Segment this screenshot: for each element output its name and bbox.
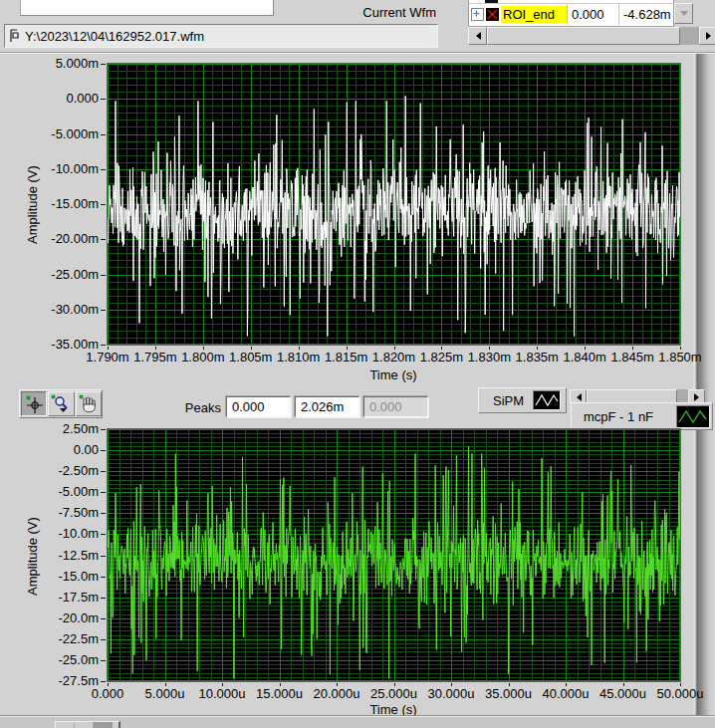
waveform-list-box[interactable]: [20, 0, 274, 16]
top-plot-legend[interactable]: SiPM: [478, 387, 567, 413]
tick-mark: [101, 239, 106, 240]
tick-label: 1.795m: [125, 350, 185, 364]
tick-mark: [108, 347, 109, 350]
scroll-left-button[interactable]: [468, 27, 487, 45]
cursor-legend-scrollbar[interactable]: [468, 27, 712, 45]
tick-label: -15.0m: [38, 569, 99, 584]
cursor-y-cell[interactable]: -4.628m: [619, 6, 670, 23]
tick-label: 20.000u: [307, 686, 366, 701]
tick-mark: [101, 429, 106, 430]
tick-mark: [394, 347, 395, 350]
cursor-icon: [486, 8, 499, 21]
top-graph-x-axis-label: Time (s): [334, 367, 453, 382]
peak-field-1[interactable]: 0.000: [226, 396, 291, 417]
current-wfm-label: Current Wfm: [329, 5, 436, 20]
tick-label: -20.0m: [38, 610, 99, 625]
scroll-right-button[interactable]: [699, 27, 715, 45]
tick-label: -20.00m: [38, 231, 99, 246]
bottom-plot-legend[interactable]: mcpF - 1 nF: [571, 402, 713, 430]
tick-label: 1.835m: [507, 350, 567, 364]
peak-field-3[interactable]: 0.000: [363, 396, 428, 417]
cursor-legend[interactable]: ROI_end 0.000 -4.628m: [468, 0, 674, 27]
tick-label: -5.00m: [38, 484, 99, 499]
expand-plus-icon[interactable]: [471, 8, 484, 21]
tick-mark: [101, 618, 106, 619]
tick-mark: [441, 347, 442, 350]
arrow-right-icon: [706, 32, 715, 40]
tick-mark: [101, 471, 106, 472]
tick-label: 45.000u: [594, 686, 653, 701]
tick-label: 1.845m: [602, 350, 662, 364]
crosshair-tool-button[interactable]: [21, 391, 47, 416]
partial-graph-palette[interactable]: [55, 721, 120, 728]
waveform-line-icon: [678, 407, 708, 426]
labview-front-panel: Current Wfm Y:\2023\12\04\162952.017.wfm…: [0, 0, 715, 728]
tick-label: -7.50m: [38, 505, 99, 520]
tick-mark: [165, 683, 166, 686]
bottom-plot-swatch[interactable]: [676, 405, 710, 428]
tick-mark: [101, 450, 106, 451]
peak-field-2[interactable]: 2.026m: [295, 396, 359, 417]
tick-label: 25.000u: [364, 686, 424, 701]
arrow-left-icon: [573, 393, 582, 401]
scrollbar-track[interactable]: [680, 27, 699, 45]
tick-label: 5.000u: [135, 686, 195, 701]
bottom-plot-legend-label: mcpF - 1 nF: [584, 409, 676, 424]
zoom-tool-button[interactable]: [48, 391, 74, 416]
tick-label: -10.0m: [38, 526, 99, 541]
tick-mark: [632, 347, 633, 350]
cursor-name-cell[interactable]: ROI_end: [501, 6, 567, 23]
tick-label: 30.000u: [421, 686, 481, 701]
tick-mark: [489, 347, 490, 350]
tick-label: -15.00m: [38, 196, 99, 211]
tick-label: -12.5m: [38, 548, 99, 563]
scrollbar-thumb[interactable]: [487, 27, 680, 45]
tick-mark: [101, 556, 106, 557]
tick-mark: [108, 683, 109, 686]
tick-mark: [537, 347, 538, 350]
tick-mark: [280, 683, 281, 686]
tick-mark: [101, 134, 106, 135]
tick-label: -27.5m: [38, 673, 99, 688]
tick-mark: [101, 345, 106, 346]
cursor-legend-row[interactable]: ROI_end 0.000 -4.628m: [469, 4, 673, 25]
tick-mark: [222, 683, 223, 686]
tick-mark: [101, 660, 106, 661]
tick-mark: [299, 347, 300, 350]
tick-label: -10.00m: [38, 161, 99, 176]
tick-label: -30.00m: [38, 302, 99, 317]
path-text: Y:\2023\12\04\162952.017.wfm: [22, 29, 204, 44]
tick-label: -2.50m: [38, 463, 99, 478]
crosshair-icon: [25, 394, 44, 413]
tick-mark: [101, 64, 106, 65]
tick-label: -25.0m: [38, 652, 99, 667]
tick-mark: [101, 492, 106, 493]
tick-label: 1.825m: [411, 350, 471, 364]
panel-right-edge: [693, 54, 715, 715]
top-plot-swatch[interactable]: [533, 390, 561, 410]
current-wfm-path-field[interactable]: Y:\2023\12\04\162952.017.wfm: [4, 24, 438, 48]
tick-mark: [101, 639, 106, 640]
header-divider: [0, 52, 715, 54]
tick-label: 35.000u: [479, 686, 539, 701]
cursor-legend-scroll-button[interactable]: [674, 3, 693, 24]
path-icon: [8, 28, 22, 44]
tick-mark: [337, 683, 338, 686]
tick-mark: [101, 513, 106, 514]
tick-label: 2.50m: [38, 421, 99, 436]
bottom-panel-strip: [0, 715, 715, 728]
tick-label: -35.00m: [38, 337, 99, 352]
tick-mark: [680, 683, 681, 686]
bottom-waveform-graph[interactable]: [107, 428, 681, 682]
top-waveform-graph[interactable]: [107, 63, 681, 346]
tick-label: 1.840m: [555, 350, 614, 364]
tick-mark: [347, 347, 348, 350]
pan-tool-button[interactable]: [76, 391, 102, 416]
tick-mark: [101, 310, 106, 311]
cursor-x-cell[interactable]: 0.000: [568, 6, 618, 23]
tick-mark: [585, 347, 586, 350]
tick-mark: [394, 683, 395, 686]
tick-mark: [623, 683, 624, 686]
hand-icon: [79, 394, 99, 414]
arrow-right-icon: [694, 393, 703, 401]
